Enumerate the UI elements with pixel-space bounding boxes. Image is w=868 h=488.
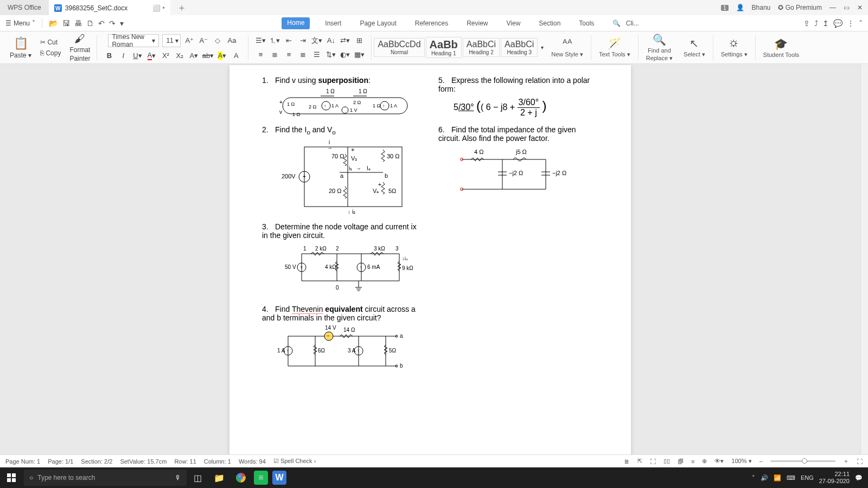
align-left-icon[interactable]: ≡: [255, 49, 266, 60]
collapse-icon[interactable]: ˄: [859, 19, 863, 28]
menu-button[interactable]: ☰ Menu ˅: [5, 20, 35, 27]
format-painter[interactable]: 🖌 Format Painter: [65, 33, 94, 62]
premium-button[interactable]: ✪ Go Premium: [778, 4, 822, 11]
view-icon-8[interactable]: 👁▾: [714, 458, 724, 465]
copy-button[interactable]: ⎘ Copy: [40, 49, 61, 57]
change-case-icon[interactable]: Aa: [226, 35, 237, 46]
super-icon[interactable]: X²: [160, 50, 171, 61]
undo-icon[interactable]: ↶: [98, 19, 105, 28]
keyboard-icon[interactable]: ⌨: [787, 474, 795, 481]
paste-label[interactable]: Paste ▾: [10, 52, 31, 59]
tab-layout[interactable]: Page Layout: [356, 17, 399, 29]
zoom-in-icon[interactable]: ＋: [843, 457, 849, 465]
italic-icon[interactable]: I: [118, 50, 129, 61]
highlight-icon[interactable]: A▾: [216, 50, 227, 61]
find-replace-button[interactable]: 🔍 Find andReplace ▾: [641, 33, 678, 62]
page[interactable]: 1.Find v using superposition: 1 Ω1 Ω 1 Ω…: [229, 65, 631, 467]
char-border-icon[interactable]: A: [231, 50, 241, 61]
save-icon[interactable]: 🖫: [62, 19, 70, 28]
align-right-icon[interactable]: ≡: [283, 49, 294, 60]
print-icon[interactable]: 🖶: [74, 19, 82, 28]
styles-gallery[interactable]: AaBbCcDdNormal AaBbHeading 1 AaBbCiHeadi…: [374, 37, 546, 58]
zoom-slider[interactable]: [770, 460, 835, 462]
volume-icon[interactable]: 🔊: [761, 474, 768, 481]
settings-button[interactable]: ⛭ Settings ▾: [716, 37, 753, 58]
bullets-icon[interactable]: ☰▾: [255, 35, 266, 46]
zoom-label[interactable]: 100% ▾: [731, 458, 751, 465]
cut-button[interactable]: ✂ Cut: [40, 38, 58, 46]
view-icon-7[interactable]: ⊕: [702, 458, 707, 465]
window-close-icon[interactable]: ✕: [857, 4, 863, 11]
export-icon[interactable]: ↥: [822, 19, 829, 28]
new-style-button[interactable]: ᴬᴬ New Style ▾: [546, 37, 589, 58]
char-shading-icon[interactable]: A▾: [188, 50, 199, 61]
tabs-icon[interactable]: ⇄▾: [340, 35, 350, 46]
fontcolor-icon[interactable]: A▾: [146, 50, 157, 61]
sort-icon[interactable]: A↓: [326, 35, 336, 46]
share-icon[interactable]: ⇪: [803, 19, 810, 28]
tab-insert[interactable]: Insert: [322, 17, 344, 29]
select-button[interactable]: ↖ Select ▾: [678, 37, 711, 58]
tab-section[interactable]: Section: [535, 17, 564, 29]
notif-badge[interactable]: 1: [721, 5, 729, 11]
wifi-icon[interactable]: 📶: [774, 474, 781, 481]
view-icon-4[interactable]: ▯▯: [663, 458, 670, 465]
paste-icon[interactable]: 📋: [14, 36, 28, 50]
wps-icon[interactable]: W: [272, 471, 286, 485]
underline-icon[interactable]: U▾: [132, 50, 143, 61]
fit-icon[interactable]: ⛶: [857, 458, 863, 465]
open-icon[interactable]: 📂: [49, 19, 58, 28]
numbers-icon[interactable]: ⒈▾: [269, 35, 280, 46]
align-center-icon[interactable]: ≣: [269, 49, 280, 60]
add-tab-button[interactable]: ＋: [177, 1, 187, 14]
text-dir-icon[interactable]: 文▾: [311, 35, 322, 46]
tab-home[interactable]: Home: [282, 17, 310, 29]
grow-font-icon[interactable]: A⁺: [184, 35, 195, 46]
doc-tab[interactable]: W 39683256_SetC.docx ⬜ •: [49, 0, 170, 15]
show-marks-icon[interactable]: ⊞: [354, 35, 365, 46]
chrome-icon[interactable]: [232, 469, 250, 486]
justify-icon[interactable]: ≣: [297, 49, 308, 60]
bold-icon[interactable]: B: [104, 50, 114, 61]
window-min-icon[interactable]: —: [829, 4, 836, 11]
inc-indent-icon[interactable]: ⇥: [297, 35, 308, 46]
texttools-button[interactable]: 🪄 Text Tools ▾: [593, 37, 636, 58]
feedback-icon[interactable]: 💬: [833, 19, 843, 28]
font-name-select[interactable]: Times New Roman ▾: [108, 34, 159, 47]
redo-icon[interactable]: ↷: [109, 19, 116, 28]
window-max-icon[interactable]: ▭: [844, 4, 850, 11]
tab-review[interactable]: Review: [463, 17, 491, 29]
tab-view[interactable]: View: [503, 17, 524, 29]
linespacing-icon[interactable]: ⇅▾: [326, 49, 336, 60]
tray-expand-icon[interactable]: ˄: [752, 474, 755, 481]
mic-icon[interactable]: 🎙: [175, 474, 181, 481]
start-button[interactable]: [0, 473, 23, 482]
more-icon[interactable]: ⋮: [847, 19, 854, 28]
taskbar-search[interactable]: ○ Type here to search 🎙: [24, 470, 187, 486]
send-icon[interactable]: ⤴: [814, 19, 818, 28]
view-icon-2[interactable]: ⇱: [637, 458, 642, 465]
tab-references[interactable]: References: [412, 17, 451, 29]
shrink-font-icon[interactable]: A⁻: [198, 35, 209, 46]
shading-icon[interactable]: ◐▾: [340, 49, 350, 60]
dist-icon[interactable]: ☰: [311, 49, 322, 60]
view-icon-5[interactable]: 🗐: [678, 458, 684, 465]
clock[interactable]: 22:1127-09-2020: [819, 471, 850, 485]
tab-tools[interactable]: Tools: [576, 17, 597, 29]
strike-icon[interactable]: ab▾: [202, 50, 213, 61]
student-tools-button[interactable]: 🎓 Student Tools: [758, 37, 805, 58]
clear-format-icon[interactable]: ◇: [212, 35, 223, 46]
vertical-scrollbar[interactable]: [860, 64, 868, 467]
ribbon-search[interactable]: 🔍 Cli...: [609, 17, 645, 29]
status-words[interactable]: Words: 94: [239, 458, 266, 465]
qat-more-icon[interactable]: ▾: [120, 19, 124, 28]
spellcheck-button[interactable]: ☑ Spell Check ›: [273, 458, 316, 465]
borders-icon[interactable]: ▦▾: [354, 49, 365, 60]
dec-indent-icon[interactable]: ⇤: [283, 35, 294, 46]
taskview-icon[interactable]: ◫: [189, 469, 206, 486]
zoom-out-icon[interactable]: −: [760, 458, 763, 465]
view-icon-6[interactable]: ≡: [691, 458, 694, 465]
sub-icon[interactable]: X₂: [174, 50, 185, 61]
explorer-icon[interactable]: 📁: [210, 469, 228, 486]
font-size-select[interactable]: 11 ▾: [162, 34, 181, 47]
